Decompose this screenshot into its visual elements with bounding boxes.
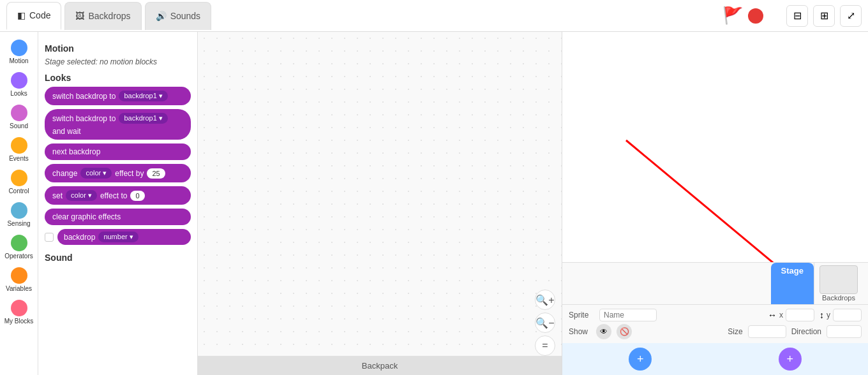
sensing-dot [11,202,27,219]
block-backdrop1-wait-dropdown[interactable]: backdrop1 ▾ [119,113,167,124]
sprite-show-row: Show 👁 🚫 Size Direction [569,324,862,339]
backpack-label: Backpack [362,361,398,371]
block-next-backdrop[interactable]: next backdrop [45,143,191,160]
block-effect-by-text: effect by [115,169,144,178]
block-and-wait-text: and wait [52,127,81,136]
zoom-in-button[interactable]: 🔍+ [535,290,555,310]
block-effect-to-text: effect to [100,191,127,200]
svg-line-2 [626,140,818,262]
looks-dot [11,72,27,89]
zoom-reset-button[interactable]: = [535,335,555,356]
tab-backdrops[interactable]: 🖼 Backdrops [64,2,141,30]
block-switch-wait-text: switch backdrop to [52,114,116,123]
block-set-value[interactable]: 0 [130,191,144,201]
block-color-dropdown-2[interactable]: color ▾ [66,190,97,201]
backpack-bar[interactable]: Backpack [198,356,562,375]
block-switch-backdrop-text: switch backdrop to [52,92,116,101]
variables-label: Variables [6,285,32,292]
y-input[interactable] [833,309,862,321]
zoom-controls: 🔍+ 🔍− = [535,290,555,356]
sidebar-item-my-blocks[interactable]: My Blocks [0,297,38,327]
sound-dot [11,105,27,121]
header-right: 🚩 ⊟ ⊞ ⤢ [722,5,862,27]
green-flag-button[interactable]: 🚩 [722,6,743,26]
block-backdrop-number-row: backdrop number ▾ [45,229,191,245]
add-sprite-button[interactable]: + [629,348,652,371]
backdrop-prefix-text: backdrop [64,233,95,242]
sound-section-title: Sound [45,253,191,263]
block-switch-backdrop[interactable]: switch backdrop to backdrop1 ▾ [45,87,191,105]
fullscreen-button[interactable]: ⤢ [840,5,862,27]
script-area[interactable]: 🔍+ 🔍− = Backpack [198,32,562,375]
block-change-effect[interactable]: change color ▾ effect by 25 [45,164,191,182]
arrow-y-icon: ↕ [819,310,824,320]
sound-label: Sound [10,122,28,129]
backdrop-number-dropdown[interactable]: number ▾ [98,232,138,242]
sidebar-item-looks[interactable]: Looks [0,70,38,99]
svg-rect-1 [198,32,562,375]
operators-dot [11,235,27,251]
block-backdrop1-dropdown[interactable]: backdrop1 ▾ [119,91,167,101]
right-panel: Stage Backdrops Sprite ↔ x [562,32,868,375]
backdrops-icon: 🖼 [75,11,84,21]
sensing-label: Sensing [7,220,30,227]
block-next-backdrop-text: next backdrop [52,147,100,156]
sprite-stage-tabs: Stage Backdrops [562,263,868,305]
header: ◧ Code 🖼 Backdrops 🔊 Sounds 🚩 ⊟ ⊞ ⤢ [0,0,868,32]
x-input[interactable] [786,309,814,321]
looks-label: Looks [10,90,27,97]
control-label: Control [8,188,29,195]
sounds-icon: 🔊 [156,11,167,21]
block-clear-effects[interactable]: clear graphic effects [45,209,191,225]
size-label-text: Size [728,327,742,336]
size-input[interactable] [748,325,786,338]
block-backdrop-number[interactable]: backdrop number ▾ [57,229,191,245]
my-blocks-label: My Blocks [4,318,34,325]
block-switch-backdrop-wait[interactable]: switch backdrop to backdrop1 ▾ and wait [45,109,191,140]
layout-btn-1[interactable]: ⊟ [786,5,808,27]
script-area-bg [198,32,562,375]
tab-code[interactable]: ◧ Code [6,2,61,30]
stop-button[interactable] [748,8,763,24]
sidebar-item-variables[interactable]: Variables [0,265,38,295]
tab-code-label: Code [29,10,50,20]
block-set-text: set [52,191,63,200]
arrow-x-icon: ↔ [768,310,777,320]
block-clear-effects-text: clear graphic effects [52,212,121,221]
sprite-add-area: + + [562,343,868,375]
direction-input[interactable] [827,325,862,338]
zoom-reset-icon: = [542,340,548,351]
zoom-out-button[interactable]: 🔍− [535,312,555,333]
show-label-text: Show [569,327,591,336]
backdrop-number-checkbox[interactable] [45,233,54,242]
block-effect-value[interactable]: 25 [147,168,165,179]
show-visible-button[interactable]: 👁 [596,324,611,339]
my-blocks-dot [11,300,27,316]
zoom-in-icon: 🔍+ [535,294,554,306]
tab-sounds[interactable]: 🔊 Sounds [145,2,211,30]
show-hidden-button[interactable]: 🚫 [617,324,632,339]
operators-label: Operators [4,253,33,260]
sprite-name-input[interactable] [599,309,657,321]
direction-label-text: Direction [791,327,821,336]
stage-panel-tab[interactable]: Stage [771,263,814,304]
sprite-controls: Sprite ↔ x ↕ y Show 👁 [562,305,868,343]
main-area: Motion Looks Sound Events Control Sensin… [0,32,868,375]
backdrops-count-label: Backdrops [822,294,855,302]
events-label: Events [9,155,29,162]
sidebar-item-motion[interactable]: Motion [0,37,38,67]
sidebar-item-operators[interactable]: Operators [0,232,38,262]
layout-btn-2[interactable]: ⊞ [813,5,835,27]
motion-label: Motion [9,57,28,64]
add-backdrop-button[interactable]: + [779,348,802,371]
sidebar-item-sound[interactable]: Sound [0,102,38,132]
block-set-effect[interactable]: set color ▾ effect to 0 [45,186,191,205]
sidebar-item-sensing[interactable]: Sensing [0,200,38,230]
events-dot [11,137,27,154]
motion-section-title: Motion [45,43,191,54]
categories-panel: Motion Looks Sound Events Control Sensin… [0,32,38,375]
y-label: y [827,311,830,320]
block-color-dropdown-1[interactable]: color ▾ [80,168,112,179]
sidebar-item-events[interactable]: Events [0,135,38,165]
sidebar-item-control[interactable]: Control [0,167,38,197]
